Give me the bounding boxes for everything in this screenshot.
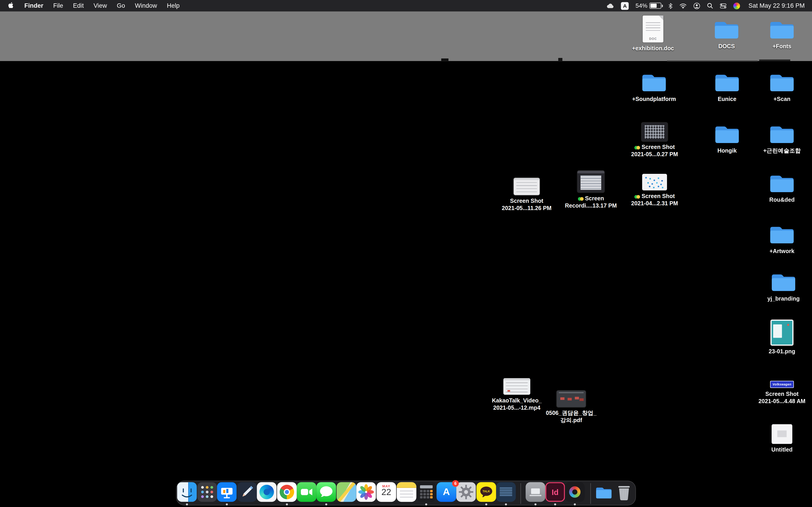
- dock-utility-app-icon[interactable]: [526, 482, 545, 502]
- menu-bar-clock[interactable]: Sat May 22 9:16 PM: [748, 2, 805, 9]
- color-wheel-menu-icon[interactable]: [733, 2, 740, 9]
- wifi-icon[interactable]: [679, 3, 687, 9]
- dock-apps-layer: MAY22A6TALKId: [0, 0, 812, 507]
- menu-go[interactable]: Go: [117, 2, 125, 9]
- dock-app-store-icon[interactable]: A6: [437, 482, 456, 502]
- input-source-icon[interactable]: A: [621, 2, 629, 9]
- dock-separator: [591, 483, 591, 504]
- running-indicator-dot: [286, 503, 288, 505]
- dock-calculator-icon[interactable]: [416, 482, 436, 502]
- dock-facetime-icon[interactable]: [297, 482, 316, 502]
- running-indicator-dot: [485, 503, 487, 505]
- notification-badge: 6: [452, 480, 459, 487]
- running-indicator-dot: [535, 503, 537, 505]
- dock-trash-icon[interactable]: [614, 482, 634, 502]
- svg-text:TALK: TALK: [483, 490, 490, 493]
- dock-calendar-icon[interactable]: MAY22: [376, 482, 396, 502]
- dock-kakaotalk-icon[interactable]: TALK: [476, 482, 496, 502]
- menu-file[interactable]: File: [53, 2, 63, 9]
- dock-edge-icon[interactable]: [257, 482, 276, 502]
- running-indicator-dot: [554, 503, 556, 505]
- menu-view[interactable]: View: [94, 2, 107, 9]
- dock-indesign-icon[interactable]: Id: [545, 482, 565, 502]
- dock-messages-icon[interactable]: [316, 482, 336, 502]
- bluetooth-icon[interactable]: [668, 2, 673, 9]
- dock-scanner-app-icon[interactable]: [496, 482, 516, 502]
- menu-bar: Finder File Edit View Go Window Help A 5…: [0, 0, 812, 11]
- dock-notes-icon[interactable]: [397, 482, 416, 502]
- dock-dock-folder-icon[interactable]: [594, 482, 614, 502]
- battery-indicator[interactable]: 54%: [636, 2, 661, 9]
- spotlight-search-icon[interactable]: [707, 2, 713, 9]
- dock-launchpad-icon[interactable]: [197, 482, 217, 502]
- running-indicator-dot: [425, 503, 427, 505]
- running-indicator-dot: [186, 503, 188, 505]
- running-indicator-dot: [325, 503, 327, 505]
- menu-bar-status: A 54% Sat May 22 9:16 PM: [607, 2, 805, 9]
- dock-keynote-icon[interactable]: [217, 482, 237, 502]
- dock-chrome-icon[interactable]: [277, 482, 297, 502]
- running-indicator-dot: [574, 503, 576, 505]
- macos-desktop[interactable]: Finder File Edit View Go Window Help A 5…: [0, 0, 812, 507]
- dock-photos-icon[interactable]: [356, 482, 376, 502]
- dock-system-preferences-icon[interactable]: [456, 482, 476, 502]
- running-indicator-dot: [226, 503, 228, 505]
- dock-separator: [520, 483, 521, 504]
- running-indicator-dot: [505, 503, 507, 505]
- apple-menu-icon[interactable]: [7, 1, 14, 10]
- dock-maps-icon[interactable]: [337, 482, 356, 502]
- dock-creative-cloud-icon[interactable]: [565, 482, 585, 502]
- battery-percent: 54%: [636, 2, 648, 9]
- battery-icon: [650, 2, 662, 9]
- user-account-icon[interactable]: [694, 2, 700, 9]
- menu-edit[interactable]: Edit: [73, 2, 84, 9]
- menu-bar-left: Finder File Edit View Go Window Help: [7, 1, 180, 10]
- control-center-icon[interactable]: [720, 3, 727, 9]
- app-menu-finder[interactable]: Finder: [24, 2, 43, 9]
- menu-help[interactable]: Help: [167, 2, 180, 9]
- creative-cloud-menu-icon[interactable]: [607, 3, 614, 9]
- dock-pencil-app-icon[interactable]: [237, 482, 257, 502]
- menu-window[interactable]: Window: [135, 2, 157, 9]
- dock-finder-icon[interactable]: [177, 482, 197, 502]
